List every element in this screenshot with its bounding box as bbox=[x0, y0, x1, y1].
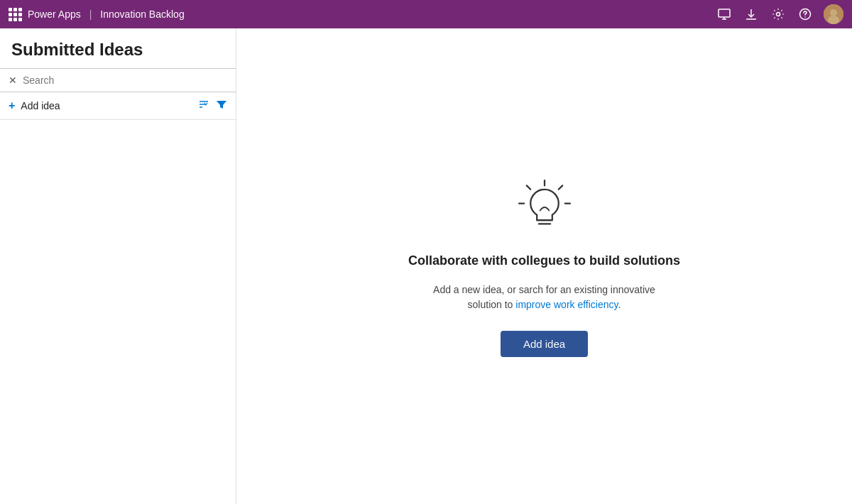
svg-point-5 bbox=[777, 13, 780, 16]
add-idea-sidebar-label: Add idea bbox=[21, 100, 60, 111]
avatar[interactable] bbox=[824, 4, 843, 24]
page-title: Submitted Ideas bbox=[0, 28, 236, 68]
sort-icon[interactable] bbox=[197, 98, 210, 114]
search-input[interactable] bbox=[23, 75, 227, 86]
screen-icon[interactable] bbox=[716, 6, 733, 23]
app-name: Power Apps bbox=[28, 9, 81, 20]
topbar-separator: | bbox=[89, 9, 92, 20]
add-idea-row: + Add idea bbox=[0, 92, 236, 120]
search-close-icon[interactable]: ✕ bbox=[9, 75, 17, 86]
center-area: Collaborate with collegues to build solu… bbox=[236, 28, 852, 504]
main-content: Submitted Ideas ✕ + Add idea bbox=[0, 28, 852, 504]
topbar-right bbox=[716, 4, 843, 24]
center-subtext-line1: Add a new idea, or sarch for an existing… bbox=[433, 284, 655, 295]
center-subtext: Add a new idea, or sarch for an existing… bbox=[433, 283, 655, 312]
add-idea-actions bbox=[197, 98, 227, 114]
filter-icon[interactable] bbox=[216, 99, 227, 113]
svg-line-18 bbox=[526, 185, 530, 189]
topbar-page-name: Innovation Backlog bbox=[100, 9, 184, 20]
svg-point-7 bbox=[804, 16, 806, 18]
add-idea-button[interactable]: Add idea bbox=[501, 331, 588, 357]
svg-line-16 bbox=[558, 185, 562, 189]
topbar: Power Apps | Innovation Backlog bbox=[0, 0, 852, 28]
center-subtext-line2: solution to improve work efficiency. bbox=[468, 299, 621, 310]
add-icon: + bbox=[9, 99, 15, 112]
download-icon[interactable] bbox=[743, 6, 760, 23]
settings-icon[interactable] bbox=[770, 6, 787, 23]
svg-rect-0 bbox=[719, 9, 730, 17]
lightbulb-icon bbox=[513, 175, 577, 239]
center-heading: Collaborate with collegues to build solu… bbox=[408, 253, 680, 268]
topbar-left: Power Apps | Innovation Backlog bbox=[9, 8, 185, 21]
search-bar: ✕ bbox=[0, 68, 236, 92]
sidebar: Submitted Ideas ✕ + Add idea bbox=[0, 28, 236, 504]
add-idea-left[interactable]: + Add idea bbox=[9, 99, 60, 112]
svg-point-10 bbox=[828, 16, 839, 24]
svg-point-9 bbox=[830, 9, 837, 16]
help-icon[interactable] bbox=[797, 6, 814, 23]
waffle-icon[interactable] bbox=[9, 8, 22, 21]
